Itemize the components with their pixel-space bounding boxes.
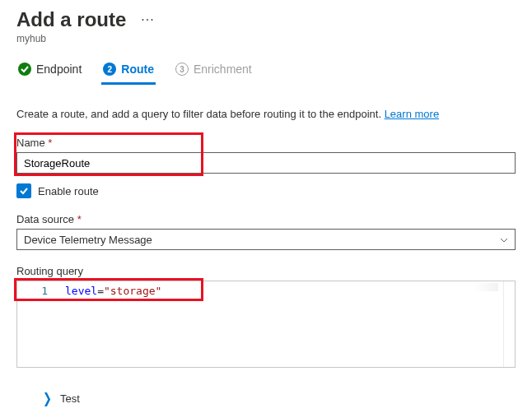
more-actions-button[interactable]: ··· — [138, 12, 157, 27]
chevron-right-icon: ❯ — [43, 391, 52, 407]
editor-scrollbar[interactable] — [503, 281, 515, 367]
routing-query-editor[interactable]: 1 level="storage" — [16, 281, 516, 368]
step-endpoint[interactable]: Endpoint — [16, 56, 83, 84]
data-source-value: Device Telemetry Message — [24, 234, 152, 246]
step-label: Route — [121, 63, 154, 76]
intro-body: Create a route, and add a query to filte… — [16, 108, 385, 120]
editor-code[interactable]: level="storage" — [60, 281, 503, 367]
enable-route-checkbox[interactable] — [16, 183, 31, 198]
test-label: Test — [60, 392, 80, 405]
data-source-label: Data source * — [16, 213, 516, 225]
editor-gutter: 1 — [17, 281, 60, 367]
step-label: Endpoint — [36, 63, 82, 76]
name-input[interactable] — [16, 152, 516, 174]
intro-text: Create a route, and add a query to filte… — [16, 108, 516, 120]
checkmark-icon — [18, 63, 31, 76]
routing-query-label: Routing query — [16, 265, 516, 277]
code-token-string: "storage" — [104, 285, 161, 297]
step-number-icon: 3 — [175, 63, 189, 76]
step-label: Enrichment — [194, 63, 252, 76]
test-expand-button[interactable]: ❯ Test — [43, 392, 516, 405]
step-route[interactable]: 2 Route — [101, 56, 156, 84]
step-enrichment[interactable]: 3 Enrichment — [174, 56, 254, 84]
code-token-operator: = — [97, 285, 104, 297]
page-title: Add a route — [16, 8, 126, 31]
wizard-stepper: Endpoint 2 Route 3 Enrichment — [16, 56, 516, 85]
step-number-icon: 2 — [103, 63, 116, 76]
scroll-indicator — [474, 283, 498, 291]
code-token-key: level — [65, 285, 97, 297]
resource-subtitle: myhub — [16, 33, 516, 44]
learn-more-link[interactable]: Learn more — [385, 108, 439, 120]
name-label: Name * — [16, 137, 516, 149]
chevron-down-icon — [500, 235, 508, 244]
data-source-select[interactable]: Device Telemetry Message — [16, 229, 516, 250]
enable-route-label: Enable route — [38, 185, 99, 197]
